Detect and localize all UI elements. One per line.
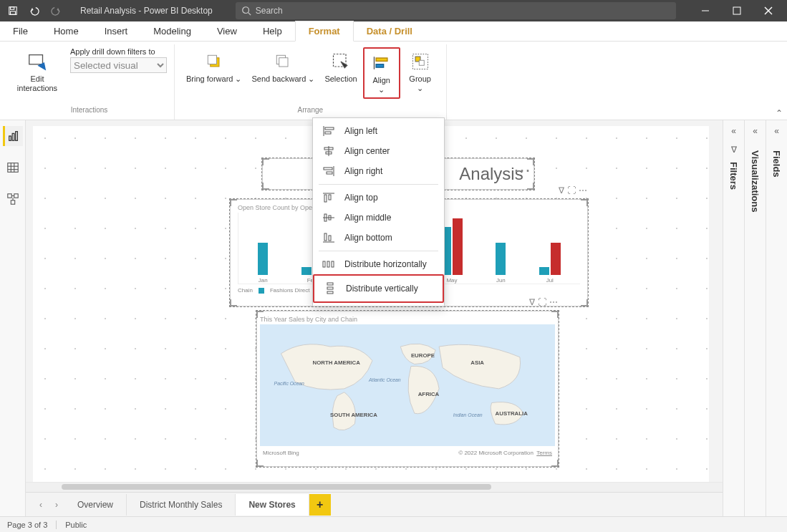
collapse-ribbon-button[interactable]: ⌃ <box>776 108 783 118</box>
tab-data-drill[interactable]: Data / Drill <box>354 21 425 41</box>
align-middle-icon <box>322 212 336 223</box>
tab-help[interactable]: Help <box>250 21 295 41</box>
align-bottom-icon <box>322 232 336 243</box>
page-tab-new-stores[interactable]: New Stores <box>236 494 309 516</box>
svg-text:SOUTH AMERICA: SOUTH AMERICA <box>330 412 377 418</box>
titlebar: Retail Analysis - Power BI Desktop Searc… <box>0 0 787 21</box>
tab-home[interactable]: Home <box>41 21 92 41</box>
drill-filter-control: Apply drill down filters to Selected vis… <box>70 47 167 73</box>
svg-rect-64 <box>332 261 334 267</box>
tab-modeling[interactable]: Modeling <box>140 21 204 41</box>
svg-rect-20 <box>419 60 424 65</box>
align-bottom-item[interactable]: Align bottom <box>313 228 444 248</box>
minimize-button[interactable] <box>690 0 721 21</box>
svg-rect-6 <box>733 7 740 14</box>
svg-text:AUSTRALIA: AUSTRALIA <box>496 410 528 417</box>
map-attribution-left: Microsoft Bing <box>263 450 299 456</box>
close-button[interactable] <box>753 0 784 21</box>
selection-button[interactable]: Selection <box>320 47 361 99</box>
add-page-button[interactable]: + <box>309 494 331 516</box>
data-view-icon[interactable] <box>3 158 23 178</box>
save-button[interactable] <box>3 2 23 19</box>
svg-rect-60 <box>324 233 327 241</box>
svg-rect-61 <box>329 236 331 241</box>
report-view-icon[interactable] <box>3 126 23 146</box>
align-left-icon <box>322 125 336 137</box>
map-visual[interactable]: ∇ ⛶ ⋯ This Year Sales by City and Chain <box>256 311 559 467</box>
search-box[interactable]: Search <box>236 2 676 19</box>
send-backward-button[interactable]: Send backward ⌄ <box>247 47 319 99</box>
page-indicator: Page 3 of 3 <box>7 521 47 529</box>
svg-rect-30 <box>14 194 17 198</box>
tab-format[interactable]: Format <box>295 21 354 42</box>
ribbon-tabs: File Home Insert Modeling View Help Form… <box>0 21 787 42</box>
more-options-icon[interactable]: ⋯ <box>549 297 558 307</box>
align-button[interactable]: Align⌄ <box>363 47 400 99</box>
distribute-vertical-item[interactable]: Distribute vertically <box>313 274 444 303</box>
align-middle-item[interactable]: Align middle <box>313 208 444 228</box>
expand-chevron-icon: « <box>731 126 736 136</box>
svg-text:AFRICA: AFRICA <box>418 391 440 397</box>
align-left-item[interactable]: Align left <box>313 121 444 141</box>
svg-rect-22 <box>12 133 14 140</box>
page-next-button[interactable]: › <box>49 500 64 510</box>
document-title: Retail Analysis - Power BI Desktop <box>80 6 213 16</box>
undo-button[interactable] <box>24 2 44 19</box>
horizontal-scrollbar[interactable] <box>26 482 723 492</box>
svg-rect-52 <box>327 172 332 174</box>
visualizations-pane[interactable]: « Visualizations <box>744 120 766 516</box>
filter-icon[interactable]: ∇ <box>559 185 564 195</box>
svg-rect-23 <box>16 132 18 141</box>
ribbon-group-interactions: Edit interactions Apply drill down filte… <box>4 44 175 120</box>
fields-pane[interactable]: « Fields <box>766 120 787 516</box>
svg-rect-13 <box>279 58 288 67</box>
page-tabs: ‹ › Overview District Monthly Sales New … <box>26 492 723 516</box>
model-view-icon[interactable] <box>3 189 23 209</box>
right-pane-strip: « ∇ Filters « Visualizations « Fields <box>723 120 787 516</box>
svg-line-4 <box>248 13 251 16</box>
align-dropdown: Align left Align center Align right Alig… <box>312 117 445 306</box>
svg-text:Atlantic Ocean: Atlantic Ocean <box>368 377 401 382</box>
align-right-item[interactable]: Align right <box>313 161 444 181</box>
align-top-item[interactable]: Align top <box>313 188 444 208</box>
expand-chevron-icon: « <box>774 126 779 136</box>
tab-insert[interactable]: Insert <box>92 21 141 41</box>
align-center-icon <box>322 145 336 157</box>
focus-mode-icon[interactable]: ⛶ <box>538 297 546 307</box>
svg-rect-29 <box>7 194 11 198</box>
page-prev-button[interactable]: ‹ <box>33 500 49 510</box>
svg-rect-1 <box>11 7 14 10</box>
svg-rect-46 <box>325 132 331 134</box>
chevron-down-icon: ⌄ <box>233 74 241 83</box>
expand-chevron-icon: « <box>753 126 758 136</box>
svg-rect-66 <box>327 287 333 289</box>
redo-button[interactable] <box>46 2 66 19</box>
maximize-button[interactable] <box>721 0 753 21</box>
page-tab-district[interactable]: District Monthly Sales <box>127 494 236 516</box>
edit-interactions-button[interactable]: Edit interactions <box>11 47 63 96</box>
filters-pane[interactable]: « ∇ Filters <box>723 120 744 516</box>
more-options-icon[interactable]: ⋯ <box>579 185 587 195</box>
distribute-horizontal-item[interactable]: Distribute horizontally <box>313 254 444 274</box>
svg-rect-62 <box>323 261 325 267</box>
svg-rect-67 <box>327 291 333 294</box>
page-tab-overview[interactable]: Overview <box>64 494 127 516</box>
group-button[interactable]: Group⌄ <box>402 47 439 99</box>
filter-icon: ∇ <box>731 145 737 155</box>
view-rail <box>0 120 26 516</box>
terms-link[interactable]: Terms <box>536 450 552 456</box>
svg-rect-21 <box>9 136 11 140</box>
svg-text:Pacific Ocean: Pacific Ocean <box>274 381 305 386</box>
focus-mode-icon[interactable]: ⛶ <box>567 185 576 195</box>
edit-interactions-icon <box>26 50 49 73</box>
selection-icon <box>329 50 352 73</box>
tab-file[interactable]: File <box>0 21 41 41</box>
align-center-item[interactable]: Align center <box>313 141 444 161</box>
svg-rect-55 <box>329 195 331 200</box>
filter-icon[interactable]: ∇ <box>529 297 535 307</box>
svg-text:NORTH AMERICA: NORTH AMERICA <box>313 359 361 366</box>
drill-filter-select[interactable]: Selected visual <box>70 57 167 73</box>
bring-forward-button[interactable]: Bring forward ⌄ <box>182 47 246 99</box>
button-label: Edit interactions <box>16 74 59 93</box>
tab-view[interactable]: View <box>204 21 250 41</box>
